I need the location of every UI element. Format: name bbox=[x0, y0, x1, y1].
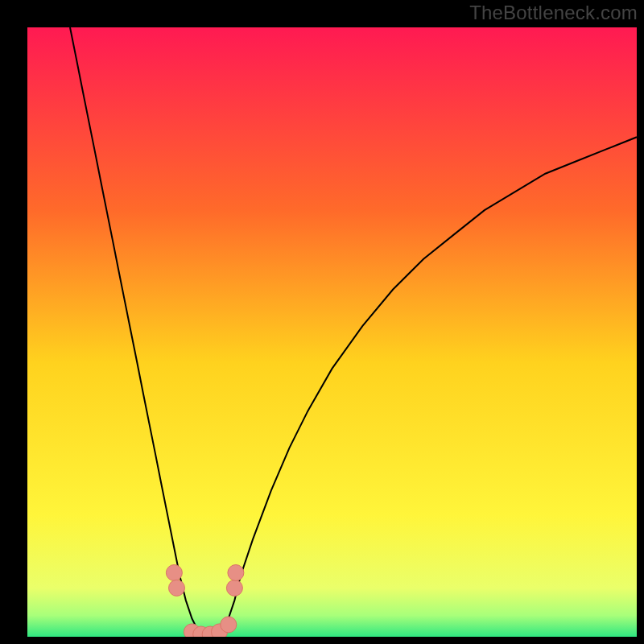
plot-area bbox=[27, 27, 637, 637]
curve-marker bbox=[169, 580, 185, 596]
curve-marker bbox=[166, 565, 182, 581]
curve-marker bbox=[226, 580, 242, 596]
plot-svg bbox=[27, 27, 637, 637]
chart-frame: TheBottleneck.com bbox=[0, 0, 644, 644]
curve-marker bbox=[228, 565, 244, 581]
watermark-text: TheBottleneck.com bbox=[469, 2, 638, 24]
gradient-background bbox=[27, 27, 637, 637]
curve-marker bbox=[221, 617, 237, 633]
